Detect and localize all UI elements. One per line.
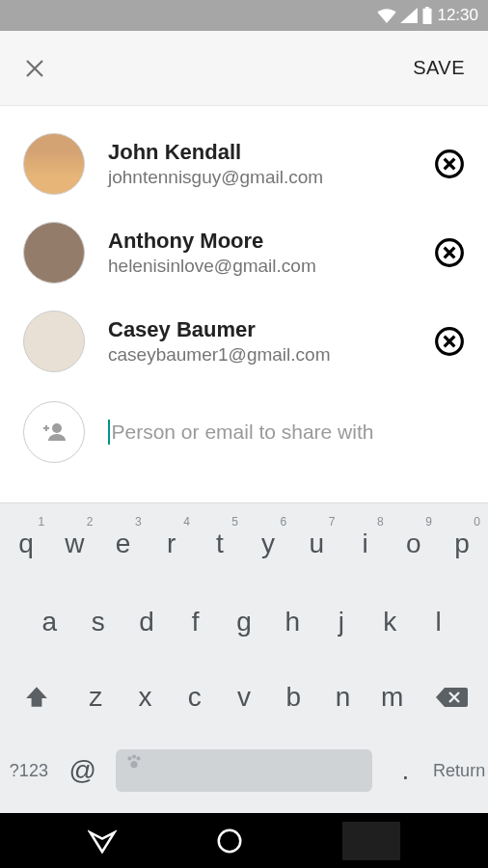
key-m[interactable]: m	[367, 682, 417, 713]
key-i[interactable]: i8	[340, 529, 389, 559]
svg-point-5	[131, 755, 135, 759]
home-icon[interactable]	[215, 827, 244, 855]
close-icon[interactable]	[23, 57, 46, 80]
key-v[interactable]: v	[219, 682, 268, 713]
key-b[interactable]: b	[269, 682, 318, 713]
contact-email: helenisinlove@gmail.com	[108, 256, 411, 277]
avatar	[23, 133, 85, 195]
battery-icon	[421, 7, 433, 24]
paw-icon	[125, 753, 143, 771]
contact-info: Anthony Moore helenisinlove@gmail.com	[108, 229, 411, 277]
contact-email: caseybaumer1@gmail.com	[108, 344, 411, 366]
key-a[interactable]: a	[25, 607, 73, 637]
contact-row: John Kendall johntennisguy@gmail.com	[0, 125, 488, 214]
share-list: John Kendall johntennisguy@gmail.com Ant…	[0, 106, 488, 473]
key-r[interactable]: r4	[148, 529, 196, 559]
header: SAVE	[0, 31, 488, 106]
key-l[interactable]: l	[415, 607, 463, 637]
key-q[interactable]: q1	[2, 529, 50, 559]
svg-point-7	[130, 761, 137, 768]
save-button[interactable]: SAVE	[413, 57, 465, 79]
key-p[interactable]: p0	[438, 529, 486, 559]
contact-name: Casey Baumer	[108, 317, 411, 342]
avatar	[23, 222, 85, 284]
key-x[interactable]: x	[121, 682, 170, 713]
key-w[interactable]: w2	[50, 529, 98, 559]
status-time: 12:30	[437, 6, 478, 25]
avatar	[23, 311, 85, 372]
contact-name: Anthony Moore	[108, 229, 411, 254]
key-d[interactable]: d	[122, 607, 171, 637]
signal-icon	[400, 8, 418, 23]
remove-contact-button[interactable]	[434, 149, 465, 179]
contact-name: John Kendall	[108, 140, 411, 165]
add-person-icon[interactable]	[23, 401, 85, 463]
return-key[interactable]: Return	[432, 761, 486, 781]
share-input[interactable]: Person or email to share with	[108, 420, 465, 445]
symbols-key[interactable]: ?123	[2, 761, 56, 781]
key-y[interactable]: y6	[244, 529, 292, 559]
svg-point-8	[219, 829, 241, 852]
backspace-key[interactable]	[417, 686, 486, 709]
contact-info: Casey Baumer caseybaumer1@gmail.com	[108, 317, 411, 366]
share-input-placeholder: Person or email to share with	[112, 420, 374, 444]
back-icon[interactable]	[88, 827, 117, 855]
svg-point-3	[52, 423, 62, 433]
contact-row: Anthony Moore helenisinlove@gmail.com	[0, 214, 488, 303]
contact-info: John Kendall johntennisguy@gmail.com	[108, 140, 411, 188]
dot-key[interactable]: .	[378, 755, 432, 786]
key-u[interactable]: u7	[292, 529, 340, 559]
key-e[interactable]: e3	[98, 529, 147, 559]
space-key[interactable]	[110, 749, 379, 792]
remove-contact-button[interactable]	[434, 237, 465, 268]
key-k[interactable]: k	[366, 607, 414, 637]
svg-point-4	[127, 756, 131, 760]
contact-row: Casey Baumer caseybaumer1@gmail.com	[0, 303, 488, 392]
key-h[interactable]: h	[268, 607, 316, 637]
key-s[interactable]: s	[73, 607, 122, 637]
contact-email: johntennisguy@gmail.com	[108, 167, 411, 188]
caret-icon	[108, 420, 110, 445]
key-o[interactable]: o9	[390, 529, 438, 559]
key-n[interactable]: n	[318, 682, 367, 713]
key-f[interactable]: f	[171, 607, 219, 637]
key-c[interactable]: c	[170, 682, 219, 713]
nav-bar	[0, 813, 488, 868]
remove-contact-button[interactable]	[434, 326, 465, 357]
key-t[interactable]: t5	[196, 529, 244, 559]
svg-point-6	[136, 756, 140, 760]
shift-key[interactable]	[2, 685, 71, 710]
key-z[interactable]: z	[71, 682, 121, 713]
at-key[interactable]: @	[56, 755, 110, 786]
keyboard: q1w2e3r4t5y6u7i8o9p0 asdfghjkl zxcvbnm ?…	[0, 502, 488, 813]
wifi-icon	[377, 8, 396, 23]
add-person-row: Person or email to share with	[0, 392, 488, 473]
key-g[interactable]: g	[220, 607, 268, 637]
status-bar: 12:30	[0, 0, 488, 31]
recents-icon[interactable]	[342, 822, 400, 860]
key-j[interactable]: j	[317, 607, 366, 637]
